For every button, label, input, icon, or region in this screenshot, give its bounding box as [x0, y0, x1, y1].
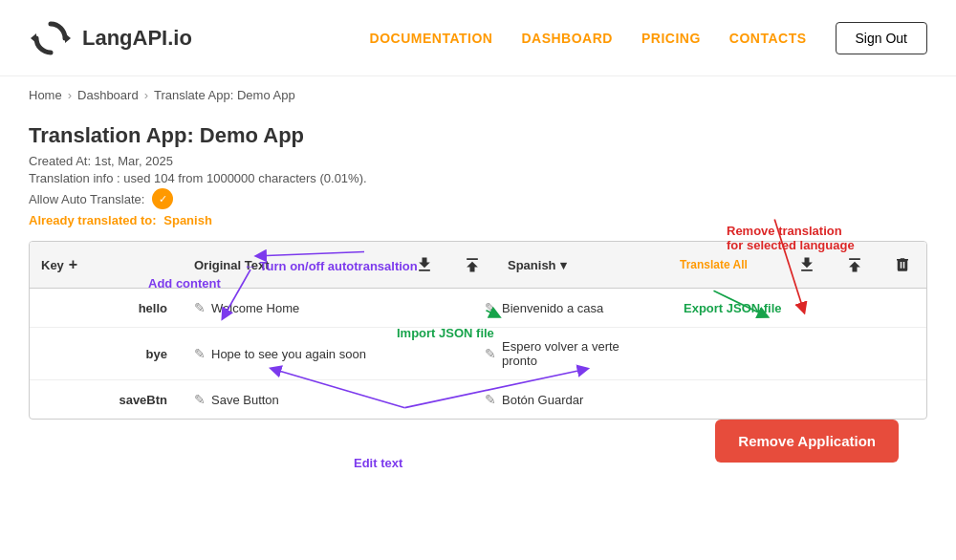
- navbar: LangAPI.io DOCUMENTATION DASHBOARD PRICI…: [0, 0, 956, 76]
- page-title: Translation App: Demo App: [29, 123, 927, 148]
- upload-translated-button[interactable]: [790, 251, 824, 278]
- col-original-header: Original Text: [183, 248, 401, 282]
- logo: LangAPI.io: [29, 16, 192, 60]
- language-label: Spanish: [508, 258, 556, 272]
- trans-spacer: [668, 342, 783, 365]
- delete-translation-button[interactable]: [886, 252, 919, 277]
- edit-translation-icon[interactable]: ✎: [485, 346, 496, 361]
- col-key-label: Key: [41, 258, 64, 272]
- table-body: hello ✎ Welcome Home ✎ Bienvenido a casa…: [30, 289, 926, 419]
- allow-auto-translate-label: Allow Auto Translate:: [29, 192, 144, 206]
- translate-all-button[interactable]: Translate All: [680, 258, 748, 271]
- svg-marker-0: [65, 33, 71, 43]
- trans-spacer: [668, 296, 783, 319]
- orig-spacer-2: [425, 296, 473, 319]
- table-row: hello ✎ Welcome Home ✎ Bienvenido a casa: [30, 289, 926, 328]
- sign-out-button[interactable]: Sign Out: [836, 22, 927, 54]
- table-row: saveBtn ✎ Save Button ✎ Botón Guardar: [30, 380, 926, 419]
- already-translated-label: Already translated to:: [29, 213, 157, 227]
- original-cell: ✎ Save Button: [183, 380, 378, 419]
- col-original-label: Original Text: [194, 258, 270, 272]
- translation-table: Key + Original Text Spanish ▾: [29, 241, 927, 420]
- breadcrumb-sep-2: ›: [144, 88, 148, 102]
- col-download-1-header: [448, 242, 496, 288]
- logo-text: LangAPI.io: [82, 26, 192, 51]
- remove-application-button[interactable]: Remove Application: [715, 420, 899, 463]
- translation-info: Translation info : used 104 from 1000000…: [29, 171, 927, 185]
- col-translate-all-header: Translate All: [668, 248, 783, 281]
- col-key-header: Key +: [30, 247, 183, 283]
- breadcrumb-dashboard[interactable]: Dashboard: [77, 88, 139, 102]
- col-upload-1-header: [401, 242, 448, 288]
- trans-spacer3: [831, 342, 879, 365]
- edit-original-icon[interactable]: ✎: [194, 346, 206, 361]
- nav-documentation[interactable]: DOCUMENTATION: [370, 31, 493, 46]
- trans-spacer2: [783, 342, 831, 365]
- svg-marker-1: [31, 33, 36, 43]
- breadcrumb-home[interactable]: Home: [29, 88, 62, 102]
- table-row: bye ✎ Hope to see you again soon ✎ Esper…: [30, 328, 926, 380]
- original-cell: ✎ Welcome Home: [183, 289, 378, 327]
- trans-spacer3: [831, 296, 879, 319]
- translation-text: Bienvenido a casa: [502, 301, 603, 315]
- nav-pricing[interactable]: PRICING: [641, 31, 701, 46]
- orig-spacer-1: [378, 388, 425, 411]
- created-at: Created At: 1st, Mar, 2025: [29, 154, 927, 168]
- key-cell: bye: [30, 335, 183, 373]
- edit-translation-icon[interactable]: ✎: [485, 300, 496, 315]
- breadcrumb: Home › Dashboard › Translate App: Demo A…: [0, 76, 956, 114]
- edit-original-icon[interactable]: ✎: [194, 300, 206, 315]
- download-original-button[interactable]: [455, 251, 489, 278]
- edit-text-annotation: Edit text: [354, 456, 402, 470]
- breadcrumb-current: Translate App: Demo App: [154, 88, 295, 102]
- translation-text: Espero volver a verte pronto: [502, 339, 657, 368]
- trans-spacer4: [879, 342, 926, 365]
- trans-spacer: [668, 388, 783, 411]
- trans-spacer3: [831, 388, 879, 411]
- table-header: Key + Original Text Spanish ▾: [30, 242, 926, 289]
- orig-spacer-2: [425, 342, 473, 365]
- edit-original-icon[interactable]: ✎: [194, 392, 206, 407]
- breadcrumb-sep-1: ›: [68, 88, 72, 102]
- nav-dashboard[interactable]: DASHBOARD: [521, 31, 613, 46]
- trans-spacer2: [783, 388, 831, 411]
- translation-cell: ✎ Espero volver a verte pronto: [473, 328, 668, 379]
- auto-translate-toggle[interactable]: ✓: [152, 188, 173, 209]
- edit-translation-icon[interactable]: ✎: [485, 392, 496, 407]
- already-translated-row: Already translated to: Spanish: [29, 213, 927, 227]
- already-translated-value[interactable]: Spanish: [163, 213, 212, 227]
- trans-spacer2: [783, 296, 831, 319]
- language-selector[interactable]: Spanish ▾: [508, 258, 567, 272]
- col-download-2-header: [831, 242, 879, 288]
- original-text: Save Button: [211, 393, 279, 407]
- add-key-button[interactable]: +: [69, 256, 77, 273]
- nav-contacts[interactable]: CONTACTS: [729, 31, 807, 46]
- download-translated-button[interactable]: [837, 251, 872, 278]
- translation-cell: ✎ Bienvenido a casa: [473, 289, 668, 327]
- allow-auto-translate-row: Allow Auto Translate: ✓: [29, 188, 927, 209]
- col-lang-header: Spanish ▾: [496, 248, 668, 282]
- orig-spacer-1: [378, 296, 425, 319]
- trans-spacer4: [879, 296, 926, 319]
- orig-spacer-2: [425, 388, 473, 411]
- orig-spacer-1: [378, 342, 425, 365]
- original-cell: ✎ Hope to see you again soon: [183, 334, 378, 373]
- upload-original-button[interactable]: [407, 251, 442, 278]
- trans-spacer4: [879, 388, 926, 411]
- translation-text: Botón Guardar: [502, 393, 583, 407]
- original-text: Welcome Home: [211, 301, 299, 315]
- nav-links: DOCUMENTATION DASHBOARD PRICING CONTACTS: [370, 31, 807, 46]
- main-content: Translation App: Demo App Created At: 1s…: [0, 114, 956, 439]
- col-delete-header: [879, 243, 926, 287]
- key-cell: saveBtn: [30, 381, 183, 419]
- chevron-down-icon: ▾: [560, 258, 567, 272]
- key-cell: hello: [30, 290, 183, 327]
- translation-cell: ✎ Botón Guardar: [473, 380, 668, 419]
- original-text: Hope to see you again soon: [211, 347, 366, 361]
- logo-icon: [29, 16, 73, 60]
- col-upload-2-header: [783, 242, 831, 288]
